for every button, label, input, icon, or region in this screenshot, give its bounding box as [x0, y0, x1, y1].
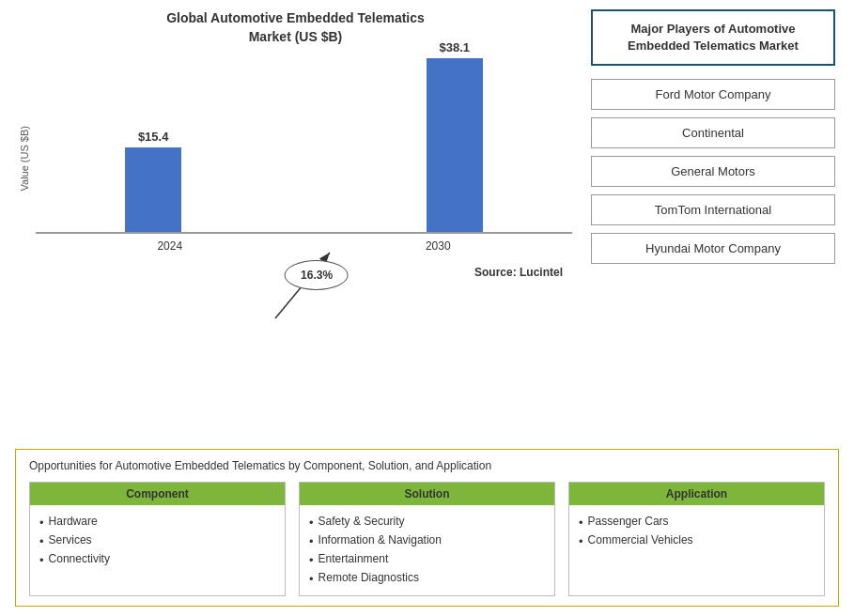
opportunities-title: Opportunities for Automotive Embedded Te…: [29, 459, 825, 472]
component-column: Component • Hardware • Services • Connec…: [29, 482, 286, 596]
application-items: • Passenger Cars • Commercial Vehicles: [569, 513, 824, 550]
solution-item-diagnostics: • Remote Diagnostics: [309, 569, 545, 588]
solution-header: Solution: [300, 483, 554, 505]
bar-group-2024: $15.4: [125, 130, 181, 232]
player-item-ford: Ford Motor Company: [591, 79, 835, 110]
player-item-tomtom: TomTom International: [591, 194, 835, 225]
solution-item-entertainment: • Entertainment: [309, 550, 545, 569]
bullet-icon: •: [309, 534, 314, 548]
bar-label-2030: 2030: [426, 239, 451, 253]
solution-item-safety: • Safety & Security: [309, 513, 545, 531]
opportunities-section: Opportunities for Automotive Embedded Te…: [15, 449, 839, 607]
chart-title: Global Automotive Embedded Telematics Ma…: [166, 9, 425, 46]
bullet-icon: •: [309, 553, 314, 567]
application-header: Application: [569, 483, 824, 505]
player-item-hyundai: Hyundai Motor Company: [591, 233, 835, 264]
y-axis-label: Value (US $B): [19, 126, 30, 192]
bar-2030: [427, 58, 483, 232]
component-item-connectivity: • Connectivity: [39, 550, 275, 569]
bullet-icon: •: [579, 516, 583, 530]
chart-area: Global Automotive Embedded Telematics Ma…: [19, 9, 572, 441]
component-items: • Hardware • Services • Connectivity: [30, 513, 285, 569]
solution-column: Solution • Safety & Security • Informati…: [299, 482, 555, 596]
players-area: Major Players of Automotive Embedded Tel…: [591, 9, 835, 441]
players-header: Major Players of Automotive Embedded Tel…: [591, 9, 835, 66]
chart-container: Value (US $B) $15.4 16.3%: [19, 55, 572, 262]
bar-2024: [125, 147, 181, 232]
bar-value-2024: $15.4: [138, 130, 169, 144]
application-column: Application • Passenger Cars • Commercia…: [568, 482, 825, 596]
source-label: Source: Lucintel: [474, 266, 563, 279]
bullet-icon: •: [39, 553, 44, 567]
bar-label-2024: 2024: [157, 239, 182, 253]
bullet-icon: •: [309, 572, 314, 586]
bullet-icon: •: [309, 516, 314, 530]
bullet-icon: •: [39, 516, 44, 530]
solution-item-info: • Information & Navigation: [309, 531, 545, 550]
solution-items: • Safety & Security • Information & Navi…: [300, 513, 554, 588]
bullet-icon: •: [39, 534, 44, 548]
player-item-continental: Continental: [591, 117, 835, 148]
application-item-commercial: • Commercial Vehicles: [579, 531, 815, 550]
bullet-icon: •: [579, 534, 583, 548]
component-header: Component: [30, 483, 285, 505]
component-item-hardware: • Hardware: [39, 513, 275, 531]
bars-row: $15.4 16.3%: [36, 55, 572, 234]
columns-row: Component • Hardware • Services • Connec…: [29, 482, 825, 596]
bars-section: $15.4 16.3%: [36, 55, 572, 262]
bar-group-2030: $38.1: [427, 40, 483, 232]
player-item-gm: General Motors: [591, 156, 835, 187]
cagr-bubble: 16.3%: [285, 260, 349, 290]
application-item-passenger: • Passenger Cars: [579, 513, 815, 531]
component-item-services: • Services: [39, 531, 275, 550]
bar-value-2030: $38.1: [440, 40, 471, 54]
